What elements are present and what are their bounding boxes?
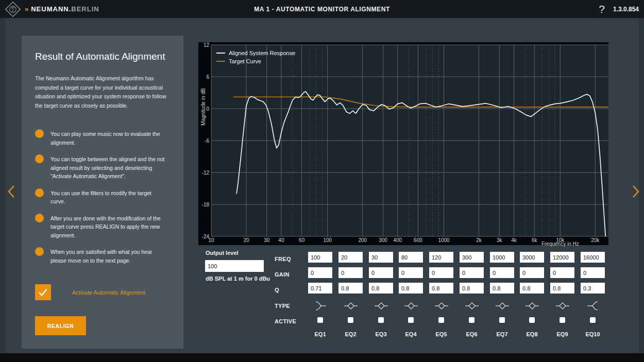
eq4-q-input[interactable]	[399, 283, 423, 294]
eq1-gain-input[interactable]	[308, 267, 332, 278]
top-bar: » NEUMANN.BERLIN MA 1 - AUTOMATIC MONITO…	[0, 0, 644, 18]
chart-canvas	[198, 42, 608, 245]
eq4-gain-input[interactable]	[399, 267, 423, 278]
eq5-type-bell-icon[interactable]	[434, 300, 449, 312]
output-level-input[interactable]	[205, 260, 264, 272]
eq6-active-checkbox[interactable]	[469, 317, 474, 323]
eq10-gain-input[interactable]	[581, 267, 605, 278]
eq6-gain-input[interactable]	[460, 267, 484, 278]
previous-page-arrow-icon[interactable]	[6, 183, 18, 200]
eq1-type-highpass-icon[interactable]	[313, 300, 328, 312]
eq8-freq-input[interactable]	[520, 252, 544, 263]
eq9-q-input[interactable]	[550, 283, 574, 294]
y-tick-label: 12	[198, 42, 209, 48]
bullet-icon	[35, 154, 44, 163]
eq6-q-input[interactable]	[460, 283, 484, 294]
y-tick-label: 0	[198, 106, 209, 112]
instruction-item: You can play some music now to evaluate …	[35, 130, 167, 147]
legend-line-sample	[216, 61, 225, 62]
eq2-active-checkbox[interactable]	[348, 317, 353, 323]
eq8-gain-input[interactable]	[520, 267, 544, 278]
eq4-type-bell-icon[interactable]	[403, 300, 419, 312]
activate-alignment-row: Activate Automatic Alignment	[35, 284, 170, 300]
eq8-type-bell-icon[interactable]	[524, 300, 540, 312]
eq2-type-bell-icon[interactable]	[343, 300, 359, 312]
eq3-active-checkbox[interactable]	[378, 317, 384, 323]
eq3-q-input[interactable]	[369, 283, 393, 294]
instruction-item: You can use the filters to modify the ta…	[35, 189, 167, 206]
instruction-text: You can play some music now to evaluate …	[50, 130, 167, 147]
help-icon[interactable]: ?	[599, 4, 605, 14]
eq9-type-bell-icon[interactable]	[555, 300, 570, 312]
realign-button[interactable]: REALIGN	[35, 316, 86, 335]
eq3-freq-input[interactable]	[369, 252, 393, 263]
eq-column-label: EQ8	[520, 331, 544, 337]
eq7-q-input[interactable]	[490, 283, 514, 294]
activate-alignment-label[interactable]: Activate Automatic Alignment	[72, 289, 145, 296]
eq10-q-input[interactable]	[581, 283, 605, 294]
eq10-type-lowpass-icon[interactable]	[585, 300, 601, 312]
chart-legend: Aligned System Response Target Curve	[216, 50, 295, 64]
eq-row-label-q: Q	[275, 287, 279, 293]
eq5-active-checkbox[interactable]	[438, 317, 444, 323]
eq-column-label: EQ3	[369, 331, 393, 337]
eq5-freq-input[interactable]	[429, 252, 453, 263]
y-tick-label: -18	[198, 202, 209, 208]
eq7-freq-input[interactable]	[490, 252, 514, 263]
eq3-gain-input[interactable]	[369, 267, 393, 278]
app-title: MA 1 - AUTOMATIC MONITOR ALIGNMENT	[0, 6, 644, 13]
eq-column-label: EQ10	[581, 331, 605, 337]
x-tick-label: 1000	[433, 237, 455, 243]
eq-row-label-type: TYPE	[275, 303, 290, 309]
instruction-text: You can toggle between the aligned and t…	[50, 155, 167, 181]
x-tick-label: 400	[386, 237, 409, 243]
x-tick-label: 40	[270, 237, 293, 243]
legend-item-target: Target Curve	[216, 58, 295, 64]
legend-label: Target Curve	[229, 58, 261, 64]
instruction-item: After you are done with the modification…	[35, 214, 167, 240]
activate-alignment-checkbox[interactable]	[35, 284, 51, 300]
eq1-freq-input[interactable]	[308, 252, 332, 263]
bullet-icon	[35, 188, 44, 197]
instruction-text: When you are satisfied with what you hea…	[50, 248, 167, 265]
eq2-q-input[interactable]	[338, 283, 363, 294]
eq6-freq-input[interactable]	[460, 252, 484, 263]
eq2-gain-input[interactable]	[338, 267, 363, 278]
eq7-active-checkbox[interactable]	[499, 317, 505, 323]
instruction-item: When you are satisfied with what you hea…	[35, 248, 167, 265]
eq8-q-input[interactable]	[520, 283, 544, 294]
eq1-q-input[interactable]	[308, 283, 332, 294]
next-page-arrow-icon[interactable]	[630, 183, 641, 200]
instruction-text: After you are done with the modification…	[50, 214, 167, 240]
eq4-active-checkbox[interactable]	[408, 317, 414, 323]
eq5-q-input[interactable]	[429, 283, 453, 294]
eq7-gain-input[interactable]	[490, 267, 514, 278]
eq9-active-checkbox[interactable]	[560, 317, 565, 323]
eq9-gain-input[interactable]	[550, 267, 574, 278]
x-tick-label: 100	[316, 237, 339, 243]
eq-column-label: EQ9	[550, 331, 574, 337]
x-axis-label: Frequency in Hz	[529, 241, 591, 247]
bullet-icon	[35, 214, 44, 222]
eq10-active-checkbox[interactable]	[590, 317, 596, 323]
eq3-type-bell-icon[interactable]	[374, 300, 389, 312]
eq7-type-bell-icon[interactable]	[495, 300, 510, 312]
version-label: 1.3.0.854	[613, 6, 639, 13]
output-level-unit: dB SPL at 1 m for 0 dBu	[206, 275, 270, 282]
eq10-freq-input[interactable]	[581, 252, 605, 263]
eq1-active-checkbox[interactable]	[317, 317, 323, 323]
eq4-freq-input[interactable]	[399, 252, 423, 263]
x-tick-label: 10	[200, 237, 223, 243]
eq9-freq-input[interactable]	[550, 252, 574, 263]
eq2-freq-input[interactable]	[338, 252, 363, 263]
output-level-label: Output level	[206, 250, 239, 256]
eq8-active-checkbox[interactable]	[529, 317, 535, 323]
eq6-type-bell-icon[interactable]	[464, 300, 480, 312]
bullet-icon	[35, 247, 44, 256]
bullet-icon	[35, 129, 44, 138]
eq-row-label-gain: GAIN	[275, 271, 290, 278]
left-edge-strip	[0, 18, 5, 353]
checkmark-icon	[38, 288, 48, 297]
y-tick-label: 6	[198, 74, 209, 80]
eq5-gain-input[interactable]	[429, 267, 453, 278]
